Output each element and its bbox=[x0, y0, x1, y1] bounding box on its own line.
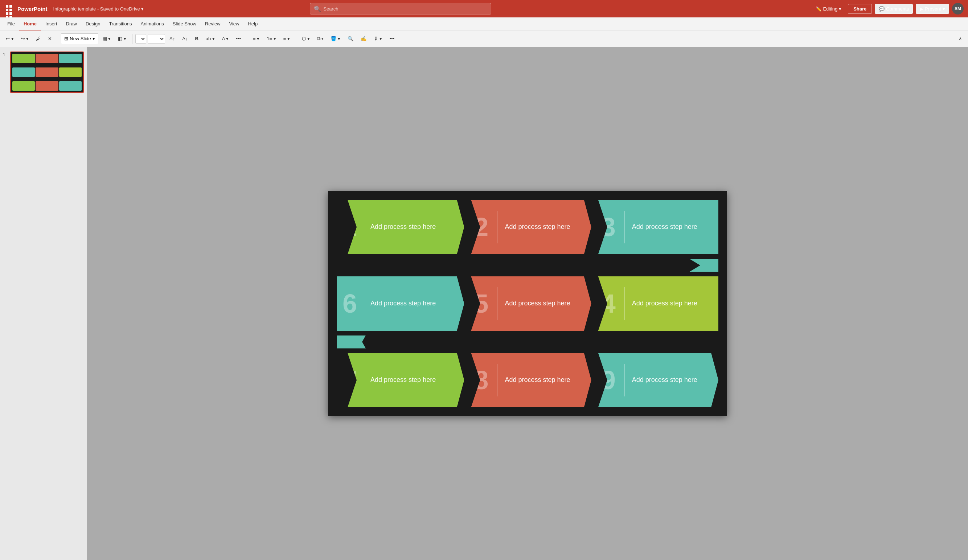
more-text-options[interactable]: ••• bbox=[233, 33, 244, 45]
decrease-font[interactable]: A↓ bbox=[179, 33, 191, 45]
collapse-ribbon[interactable]: ∧ bbox=[956, 33, 965, 45]
step-7[interactable]: 7 Add process step here bbox=[337, 353, 464, 407]
app-name: PowerPoint bbox=[17, 6, 48, 12]
bullets-button[interactable]: ≡ ▾ bbox=[250, 33, 262, 45]
tab-transitions[interactable]: Transitions bbox=[104, 17, 136, 30]
comments-button[interactable]: 💬 Comments bbox=[875, 4, 913, 14]
increase-font[interactable]: A↑ bbox=[167, 33, 178, 45]
doc-title: Infographic template - Saved to OneDrive… bbox=[53, 6, 144, 12]
tab-slideshow[interactable]: Slide Show bbox=[168, 17, 201, 30]
title-bar-right: ✏️ Editing ▾ Share 💬 Comments ▶ Present … bbox=[812, 3, 964, 15]
row-2: 6 Add process step here 5 Add process st… bbox=[337, 277, 718, 331]
step-5-text: Add process step here bbox=[497, 299, 577, 308]
tab-animations[interactable]: Animations bbox=[136, 17, 168, 30]
main-area: 1 bbox=[0, 47, 968, 560]
search-input[interactable] bbox=[323, 6, 487, 12]
font-size-select[interactable] bbox=[148, 34, 165, 43]
more-options[interactable]: ••• bbox=[386, 33, 397, 45]
toolbar: ↩ ▾ ↪ ▾ 🖌 ✕ ⊞ New Slide ▾ ▦ ▾ ◧ ▾ A↑ A↓ … bbox=[0, 30, 968, 47]
tab-view[interactable]: View bbox=[225, 17, 244, 30]
tab-file[interactable]: File bbox=[3, 17, 19, 30]
tab-draw[interactable]: Draw bbox=[62, 17, 81, 30]
step-8[interactable]: 8 Add process step here bbox=[464, 353, 591, 407]
section-button[interactable]: ◧ ▾ bbox=[115, 33, 129, 45]
numbering-button[interactable]: 1≡ ▾ bbox=[264, 33, 278, 45]
clear-format[interactable]: ✕ bbox=[45, 33, 55, 45]
step-4[interactable]: 4 Add process step here bbox=[591, 277, 718, 331]
apps-icon[interactable] bbox=[4, 3, 15, 14]
slides-panel: 1 bbox=[0, 47, 87, 560]
connector-2 bbox=[337, 335, 718, 348]
tab-review[interactable]: Review bbox=[201, 17, 225, 30]
title-bar: PowerPoint Infographic template - Saved … bbox=[0, 0, 968, 17]
slide-canvas[interactable]: 1 Add process step here 2 Add process st… bbox=[328, 191, 727, 416]
ink-to-text[interactable]: ✍ bbox=[358, 33, 370, 45]
ribbon-tabs: File Home Insert Draw Design Transitions… bbox=[0, 17, 968, 30]
row-1: 1 Add process step here 2 Add process st… bbox=[337, 200, 718, 254]
separator-2 bbox=[132, 34, 133, 44]
search-toolbar-button[interactable]: 🔍 bbox=[345, 33, 356, 45]
font-family-select[interactable] bbox=[135, 34, 146, 43]
step-7-text: Add process step here bbox=[363, 375, 443, 384]
redo-button[interactable]: ↪ ▾ bbox=[18, 33, 32, 45]
step-3[interactable]: 3 Add process step here bbox=[591, 200, 718, 254]
new-slide-icon: ⊞ bbox=[64, 36, 68, 41]
slide-number-1: 1 bbox=[3, 51, 8, 57]
avatar[interactable]: SM bbox=[952, 3, 964, 15]
step-8-text: Add process step here bbox=[497, 375, 577, 384]
editing-button[interactable]: ✏️ Editing ▾ bbox=[812, 5, 845, 13]
step-2[interactable]: 2 Add process step here bbox=[464, 200, 591, 254]
font-color-button[interactable]: A ▾ bbox=[219, 33, 232, 45]
bold-button[interactable]: B bbox=[192, 33, 201, 45]
step-3-text: Add process step here bbox=[625, 222, 704, 231]
step-6-text: Add process step here bbox=[363, 299, 443, 308]
pencil-icon: ✏️ bbox=[816, 6, 821, 12]
search-icon: 🔍 bbox=[314, 5, 321, 12]
separator-3 bbox=[247, 34, 247, 44]
comment-icon: 💬 bbox=[879, 6, 885, 12]
highlight-button[interactable]: ab ▾ bbox=[203, 33, 218, 45]
share-button[interactable]: Share bbox=[848, 4, 872, 14]
step-6[interactable]: 6 Add process step here bbox=[337, 277, 464, 331]
infographic: 1 Add process step here 2 Add process st… bbox=[328, 191, 727, 416]
tab-insert[interactable]: Insert bbox=[41, 17, 62, 30]
present-button[interactable]: ▶ Present ▾ bbox=[916, 4, 949, 14]
step-4-text: Add process step here bbox=[625, 299, 704, 308]
canvas-area: 1 Add process step here 2 Add process st… bbox=[87, 47, 968, 560]
step-1[interactable]: 1 Add process step here bbox=[337, 200, 464, 254]
tab-design[interactable]: Design bbox=[81, 17, 104, 30]
undo-button[interactable]: ↩ ▾ bbox=[3, 33, 17, 45]
fill-button[interactable]: 🪣 ▾ bbox=[328, 33, 343, 45]
align-button[interactable]: ≡ ▾ bbox=[280, 33, 293, 45]
present-icon: ▶ bbox=[920, 6, 923, 12]
dictate-button[interactable]: 🎙 ▾ bbox=[371, 33, 385, 45]
connector-arrow-left bbox=[337, 335, 366, 348]
row-3: 7 Add process step here 8 Add process st… bbox=[337, 353, 718, 407]
search-bar[interactable]: 🔍 bbox=[310, 3, 491, 15]
separator-1 bbox=[58, 34, 58, 44]
tab-home[interactable]: Home bbox=[19, 17, 41, 30]
arrange-button[interactable]: ⧉ ▾ bbox=[314, 33, 327, 45]
step-1-text: Add process step here bbox=[363, 222, 443, 231]
slide-thumb-wrapper-1: 1 bbox=[3, 51, 84, 93]
slide-thumbnail-1[interactable] bbox=[10, 51, 84, 93]
step-5[interactable]: 5 Add process step here bbox=[464, 277, 591, 331]
connector-1 bbox=[337, 259, 718, 272]
new-slide-button[interactable]: ⊞ New Slide ▾ bbox=[61, 33, 98, 44]
shapes-button[interactable]: ⬡ ▾ bbox=[299, 33, 313, 45]
tab-help[interactable]: Help bbox=[244, 17, 262, 30]
step-2-text: Add process step here bbox=[497, 222, 577, 231]
connector-arrow-right bbox=[690, 259, 718, 272]
step-9-text: Add process step here bbox=[625, 375, 704, 384]
format-painter[interactable]: 🖌 bbox=[33, 33, 43, 45]
layout-button[interactable]: ▦ ▾ bbox=[100, 33, 114, 45]
step-9[interactable]: 9 Add process step here bbox=[591, 353, 718, 407]
separator-4 bbox=[296, 34, 296, 44]
